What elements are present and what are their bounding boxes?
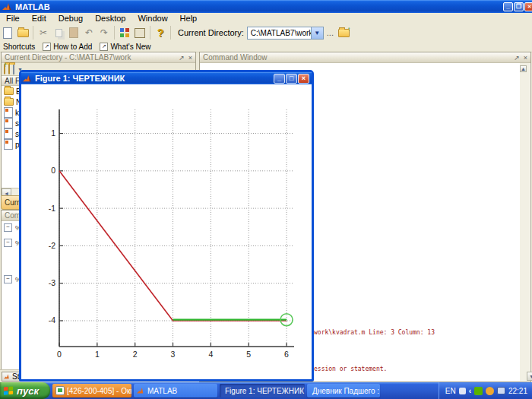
menu-help[interactable]: Help [174,14,204,23]
panel-title: Command Window [203,53,267,62]
m-file-icon [4,139,13,150]
m-file-icon [4,118,13,128]
shortcuts-label: Shortcuts [3,43,35,51]
folder-up-icon[interactable]: ↑ [337,26,351,40]
plot-axes: 012345610-1-2-3-4 [21,84,312,379]
menu-debug[interactable]: Debug [52,14,89,23]
matlab-logo-icon [23,74,32,83]
svg-text:6: 6 [284,350,289,359]
toolbar-separator [114,26,115,40]
find-files-icon[interactable] [13,65,14,74]
undo-icon[interactable]: ↶ [82,26,96,40]
shortcut-icon: ↗ [100,43,108,51]
toolbar-separator [170,26,171,40]
shortcut-how-to-add[interactable]: How to Add [53,43,92,51]
current-directory-panel-titlebar[interactable]: Current Directory - C:\MATLAB7\work ↗ × [2,52,195,63]
menu-edit[interactable]: Edit [26,14,52,23]
matlab-logo-icon [4,373,11,380]
svg-text:3: 3 [171,350,176,359]
figure-canvas: 012345610-1-2-3-4 [21,84,312,379]
taskbar-task-matlab[interactable]: MATLAB [134,384,217,397]
menu-bar: File Edit Debug Desktop Window Help [0,13,532,24]
close-icon[interactable]: × [298,74,309,84]
undock-icon[interactable]: ↗ [514,54,520,62]
collapse-chevron-icon[interactable]: ‹ [469,387,471,395]
svg-text:-3: -3 [49,278,55,287]
redo-icon[interactable]: ↷ [97,26,111,40]
minimize-icon[interactable]: _ [503,2,513,11]
start-button[interactable]: пуск [0,382,50,399]
figure-window[interactable]: Figure 1: ЧЕРТЕЖНИК _ □ × 012345610-1-2-… [19,70,314,382]
paste-icon[interactable] [67,26,81,40]
close-panel-icon[interactable]: × [524,54,527,62]
start-label: пуск [17,385,39,397]
shortcut-icon: ↗ [43,43,51,51]
open-file-icon[interactable] [16,26,30,40]
figure-title: Figure 1: ЧЕРТЕЖНИК [35,74,125,83]
taskbar: пуск [426-200-405] - Окн... MATLAB Figur… [0,382,532,399]
main-toolbar: ✂ ↶ ↷ ? Current Directory: C:\MATLAB7\wo… [0,24,532,43]
clock[interactable]: 22:21 [508,387,527,395]
undock-icon[interactable]: ↗ [179,54,185,62]
svg-text:0: 0 [51,166,55,175]
collapse-icon[interactable]: − [4,223,12,232]
windows-logo-icon [3,385,14,397]
shortcut-whats-new[interactable]: What's New [110,43,150,51]
copy-icon[interactable] [52,26,65,40]
minimize-icon[interactable]: _ [274,74,285,84]
svg-text:1: 1 [95,350,100,359]
taskbar-task-chat[interactable]: [426-200-405] - Окн... [52,384,131,397]
new-folder-icon[interactable] [8,65,10,74]
svg-text:-2: -2 [49,241,55,250]
m-file-icon [4,128,13,139]
svg-text:0: 0 [57,350,62,359]
help-icon[interactable]: ? [154,26,167,40]
collapse-icon[interactable]: − [4,275,12,283]
close-panel-icon[interactable]: × [188,54,192,62]
browse-button[interactable]: ... [327,28,334,37]
svg-text:-4: -4 [49,315,55,325]
new-file-icon[interactable] [1,26,14,40]
volume-icon[interactable] [459,388,466,394]
menu-desktop[interactable]: Desktop [89,14,131,23]
matlab-logo-icon [2,2,12,11]
screen: MATLAB _ ❐ × File Edit Debug Desktop Win… [0,0,532,399]
vertical-scrollbar[interactable]: ▲ ▼ [520,63,530,381]
folder-icon [4,98,14,106]
system-tray: EN ‹ 22:21 [439,382,532,399]
guide-icon[interactable] [133,26,147,40]
menu-window[interactable]: Window [131,14,173,23]
figure-titlebar[interactable]: Figure 1: ЧЕРТЕЖНИК _ □ × [21,72,312,84]
folder-up-icon[interactable]: ↑ [4,65,5,74]
scroll-down-icon[interactable]: ▼ [527,372,532,381]
taskbar-task-browser[interactable]: Дневник Падшего : ... [307,384,380,397]
current-directory-combobox[interactable]: C:\MATLAB7\work ▼ [247,27,324,40]
toolbar-separator [33,26,33,40]
restore-icon[interactable]: ❐ [514,2,524,11]
maximize-icon[interactable]: □ [286,74,297,84]
collapse-icon[interactable]: − [4,239,12,247]
language-indicator[interactable]: EN [445,387,456,395]
svg-text:-1: -1 [49,204,55,213]
svg-text:4: 4 [208,350,213,359]
scroll-up-icon[interactable]: ▲ [520,65,527,72]
folder-icon [4,87,14,95]
cut-icon[interactable]: ✂ [36,26,50,40]
close-icon[interactable]: × [524,2,532,11]
messenger-icon[interactable] [474,387,483,395]
taskbar-task-figure[interactable]: Figure 1: ЧЕРТЕЖНИК [220,384,305,397]
svg-text:1: 1 [51,128,55,138]
chevron-down-icon[interactable]: ▼ [311,27,323,39]
menu-file[interactable]: File [0,14,26,23]
picture-icon [55,386,65,395]
current-directory-label: Current Directory: [178,28,244,37]
current-directory-value: C:\MATLAB7\work [248,29,311,37]
icq-icon[interactable] [486,387,494,395]
command-window-titlebar[interactable]: Command Window ↗ × [200,52,530,63]
m-file-icon [4,107,13,118]
simulink-icon[interactable] [118,26,131,40]
window-title: MATLAB [15,2,50,11]
toolbar-separator [150,26,150,40]
network-icon[interactable] [497,387,505,394]
svg-text:2: 2 [133,350,138,359]
